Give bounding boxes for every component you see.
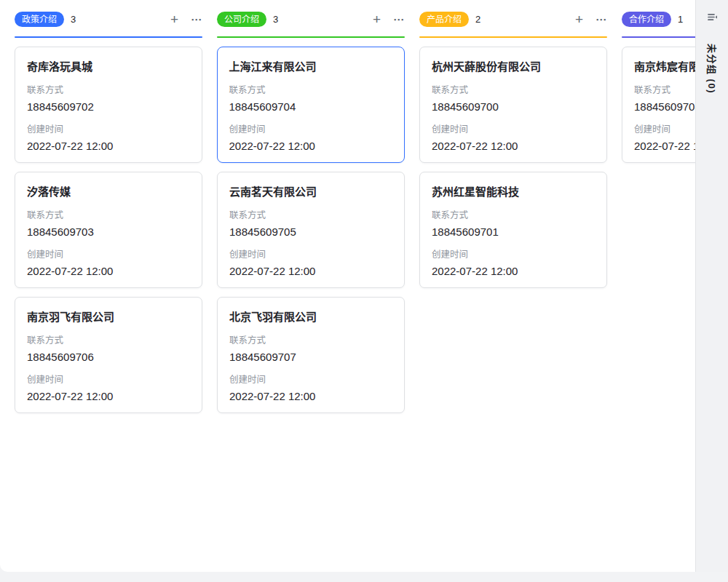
group-color-underline bbox=[15, 36, 202, 38]
add-card-icon[interactable]: + bbox=[170, 12, 178, 26]
field-label-created: 创建时间 bbox=[432, 247, 595, 260]
field-label-created: 创建时间 bbox=[229, 372, 392, 386]
field-label-created: 创建时间 bbox=[432, 121, 595, 135]
field-value-created: 2022-07-22 12:00 bbox=[229, 140, 393, 152]
field-label-created: 创建时间 bbox=[27, 372, 190, 386]
horizontal-scrollbar-track[interactable] bbox=[0, 572, 728, 582]
kanban-column-cooperation: 合作介绍 1 + ⋯ 南京炜宸有限公司 联系方式 18845609708 创建时… bbox=[622, 7, 695, 413]
record-title: 奇库洛玩具城 bbox=[27, 58, 190, 73]
group-header: 政策介绍 3 + ⋯ bbox=[15, 7, 202, 31]
record-title: 南京炜宸有限公司 bbox=[634, 58, 695, 73]
record-title: 北京飞羽有限公司 bbox=[229, 308, 392, 324]
created-field: 创建时间 2022-07-22 12:00 bbox=[229, 247, 392, 277]
kanban-column-company: 公司介绍 3 + ⋯ 上海江来有限公司 联系方式 18845609704 创建时… bbox=[217, 7, 405, 413]
group-color-underline bbox=[217, 36, 405, 38]
contact-field: 联系方式 18845609703 bbox=[27, 207, 190, 238]
field-value-contact: 18845609702 bbox=[27, 100, 190, 113]
record-title: 南京羽飞有限公司 bbox=[27, 308, 190, 324]
field-value-contact: 18845609704 bbox=[229, 100, 393, 113]
record-card[interactable]: 苏州红星智能科技 联系方式 18845609701 创建时间 2022-07-2… bbox=[419, 172, 607, 288]
contact-field: 联系方式 18845609700 bbox=[432, 82, 595, 113]
group-count: 2 bbox=[475, 14, 480, 25]
ungrouped-label: 未分组 (0) bbox=[705, 44, 719, 94]
field-label-created: 创建时间 bbox=[27, 247, 190, 260]
created-field: 创建时间 2022-07-22 12:00 bbox=[27, 372, 190, 402]
kanban-column-policy: 政策介绍 3 + ⋯ 奇库洛玩具城 联系方式 18845609702 创建时间 … bbox=[15, 7, 202, 413]
field-value-created: 2022-07-22 12:00 bbox=[432, 265, 595, 277]
contact-field: 联系方式 18845609706 bbox=[27, 332, 190, 363]
card-list: 杭州天薛股份有限公司 联系方式 18845609700 创建时间 2022-07… bbox=[419, 47, 607, 288]
record-title: 杭州天薛股份有限公司 bbox=[432, 58, 595, 73]
field-value-created: 2022-07-22 12:00 bbox=[432, 140, 595, 152]
record-card[interactable]: 云南茗天有限公司 联系方式 18845609705 创建时间 2022-07-2… bbox=[217, 172, 405, 288]
field-value-created: 2022-07-22 12:00 bbox=[229, 265, 392, 277]
field-value-contact: 18845609700 bbox=[432, 100, 595, 113]
field-label-contact: 联系方式 bbox=[432, 82, 595, 96]
group-color-underline bbox=[419, 36, 607, 38]
group-badge[interactable]: 公司介绍 bbox=[217, 12, 266, 27]
contact-field: 联系方式 18845609701 bbox=[432, 207, 595, 238]
kanban-board-panel: 政策介绍 3 + ⋯ 奇库洛玩具城 联系方式 18845609702 创建时间 … bbox=[0, 0, 695, 572]
record-card-selected[interactable]: 上海江来有限公司 联系方式 18845609704 创建时间 2022-07-2… bbox=[217, 47, 405, 163]
created-field: 创建时间 2022-07-22 12:00 bbox=[229, 372, 392, 402]
record-card[interactable]: 杭州天薛股份有限公司 联系方式 18845609700 创建时间 2022-07… bbox=[419, 47, 607, 163]
contact-field: 联系方式 18845609708 bbox=[634, 82, 695, 113]
group-color-underline bbox=[622, 36, 695, 38]
created-field: 创建时间 2022-07-22 12:00 bbox=[27, 247, 190, 277]
more-options-icon[interactable]: ⋯ bbox=[191, 14, 202, 25]
field-label-created: 创建时间 bbox=[229, 247, 392, 260]
contact-field: 联系方式 18845609704 bbox=[229, 82, 393, 113]
group-count: 3 bbox=[71, 14, 76, 25]
created-field: 创建时间 2022-07-22 12:00 bbox=[634, 121, 695, 152]
field-label-created: 创建时间 bbox=[229, 121, 393, 135]
record-title: 汐落传媒 bbox=[27, 183, 190, 199]
add-card-icon[interactable]: + bbox=[575, 12, 583, 26]
field-label-contact: 联系方式 bbox=[229, 207, 392, 221]
more-options-icon[interactable]: ⋯ bbox=[596, 14, 607, 25]
record-title: 云南茗天有限公司 bbox=[229, 183, 392, 199]
record-card[interactable]: 奇库洛玩具城 联系方式 18845609702 创建时间 2022-07-22 … bbox=[15, 47, 202, 163]
card-list: 南京炜宸有限公司 联系方式 18845609708 创建时间 2022-07-2… bbox=[622, 47, 695, 163]
field-label-created: 创建时间 bbox=[634, 121, 695, 135]
add-card-icon[interactable]: + bbox=[373, 12, 381, 26]
field-value-contact: 18845609701 bbox=[432, 226, 595, 238]
field-value-created: 2022-07-22 12:00 bbox=[634, 140, 695, 152]
field-value-contact: 18845609705 bbox=[229, 226, 392, 238]
field-label-contact: 联系方式 bbox=[229, 332, 392, 346]
collapse-groups-icon[interactable] bbox=[706, 11, 719, 26]
more-options-icon[interactable]: ⋯ bbox=[393, 14, 405, 25]
field-value-created: 2022-07-22 12:00 bbox=[27, 390, 190, 402]
field-value-contact: 18845609708 bbox=[634, 100, 695, 113]
field-value-contact: 18845609706 bbox=[27, 351, 190, 363]
kanban-column-product: 产品介绍 2 + ⋯ 杭州天薛股份有限公司 联系方式 18845609700 创… bbox=[419, 7, 607, 413]
group-header: 合作介绍 1 + ⋯ bbox=[622, 7, 695, 31]
record-title: 上海江来有限公司 bbox=[229, 58, 393, 73]
record-card[interactable]: 汐落传媒 联系方式 18845609703 创建时间 2022-07-22 12… bbox=[15, 172, 202, 288]
field-label-contact: 联系方式 bbox=[27, 82, 190, 96]
group-badge[interactable]: 产品介绍 bbox=[419, 12, 469, 27]
card-list: 奇库洛玩具城 联系方式 18845609702 创建时间 2022-07-22 … bbox=[15, 47, 202, 413]
ungrouped-rail[interactable]: 未分组 (0) bbox=[695, 0, 728, 572]
field-value-created: 2022-07-22 12:00 bbox=[27, 140, 190, 152]
group-header: 产品介绍 2 + ⋯ bbox=[419, 7, 607, 31]
contact-field: 联系方式 18845609707 bbox=[229, 332, 392, 363]
field-label-created: 创建时间 bbox=[27, 121, 190, 135]
field-value-created: 2022-07-22 12:00 bbox=[229, 390, 392, 402]
created-field: 创建时间 2022-07-22 12:00 bbox=[432, 121, 595, 152]
record-card[interactable]: 南京炜宸有限公司 联系方式 18845609708 创建时间 2022-07-2… bbox=[622, 47, 695, 163]
field-label-contact: 联系方式 bbox=[634, 82, 695, 96]
group-header: 公司介绍 3 + ⋯ bbox=[217, 7, 405, 31]
record-card[interactable]: 北京飞羽有限公司 联系方式 18845609707 创建时间 2022-07-2… bbox=[217, 297, 405, 413]
group-count: 1 bbox=[678, 14, 683, 25]
group-badge[interactable]: 政策介绍 bbox=[15, 12, 64, 27]
field-value-created: 2022-07-22 12:00 bbox=[27, 265, 190, 277]
contact-field: 联系方式 18845609705 bbox=[229, 207, 392, 238]
record-card[interactable]: 南京羽飞有限公司 联系方式 18845609706 创建时间 2022-07-2… bbox=[15, 297, 202, 413]
kanban-board: 政策介绍 3 + ⋯ 奇库洛玩具城 联系方式 18845609702 创建时间 … bbox=[0, 0, 695, 413]
created-field: 创建时间 2022-07-22 12:00 bbox=[432, 247, 595, 277]
group-badge[interactable]: 合作介绍 bbox=[622, 12, 671, 27]
field-value-contact: 18845609707 bbox=[229, 351, 392, 363]
field-label-contact: 联系方式 bbox=[432, 207, 595, 221]
created-field: 创建时间 2022-07-22 12:00 bbox=[27, 121, 190, 152]
field-label-contact: 联系方式 bbox=[27, 332, 190, 346]
